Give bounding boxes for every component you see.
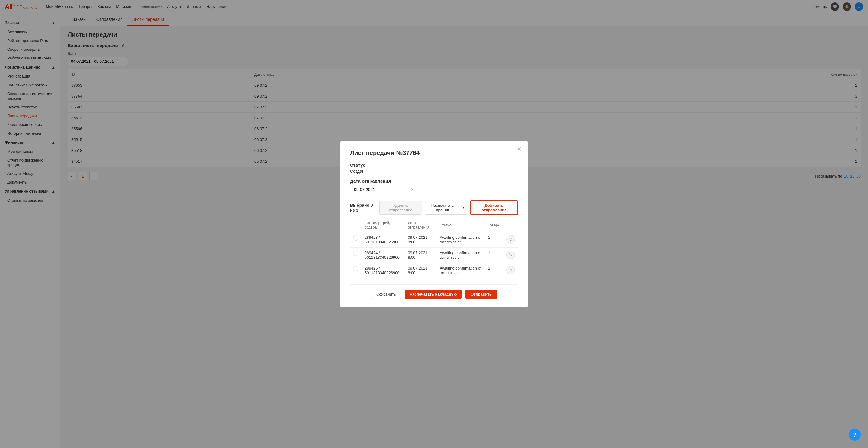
add-shipment-btn[interactable]: Добавить отправление (470, 200, 518, 215)
shipping-date-input[interactable] (350, 185, 416, 194)
date-clear-icon[interactable]: ✕ (410, 187, 414, 192)
row-checkbox[interactable] (350, 263, 362, 278)
row-status: Awaiting confirmation of transmission (437, 263, 485, 278)
modal-col-action (503, 219, 518, 232)
modal-table-row: 289423 /5011813340226900 09.07.2021, 8:0… (350, 232, 518, 247)
shipping-date-label: Дата отправления (350, 179, 518, 184)
print-labels-arrow-btn[interactable]: ▾ (460, 201, 467, 215)
row-date: 09.07.2021, 8:00 (405, 247, 437, 263)
send-btn[interactable]: Отправить (465, 289, 497, 299)
row-order-id: 289424 /5011813340226900 (362, 247, 405, 263)
modal-col-order-id: ID/Номер трейд ордера (362, 219, 405, 232)
save-btn[interactable]: Сохранить (371, 289, 401, 299)
status-value: Создан (350, 169, 518, 173)
col-checkbox (350, 219, 362, 232)
row-date: 09.07.2021, 8:00 (405, 263, 437, 278)
modal-col-status: Статус (437, 219, 485, 232)
modal-table-row: 289424 /5011813340226900 09.07.2021, 8:0… (350, 247, 518, 263)
row-action[interactable]: ↻ (503, 247, 518, 263)
row-action[interactable]: ↻ (503, 232, 518, 247)
row-items: 1 (485, 247, 503, 263)
row-items: 1 (485, 232, 503, 247)
modal-title: Лист передачи №37764 (350, 150, 518, 156)
row-checkbox[interactable] (350, 232, 362, 247)
row-status: Awaiting confirmation of transmission (437, 232, 485, 247)
row-action[interactable]: ↻ (503, 263, 518, 278)
modal-col-date: Дата отправления (405, 219, 437, 232)
row-date: 09.07.2021, 8:00 (405, 232, 437, 247)
row-checkbox[interactable] (350, 247, 362, 263)
print-labels-btn[interactable]: Распечатать ярлыки (425, 201, 460, 215)
modal: ✕ Лист передачи №37764 Статус Создан Дат… (340, 141, 528, 307)
row-status: Awaiting confirmation of transmission (437, 247, 485, 263)
date-input-wrapper: ✕ (350, 185, 416, 194)
status-label: Статус (350, 162, 518, 167)
row-order-id: 289425 /5011813340226900 (362, 263, 405, 278)
delete-shipment-btn[interactable]: Удалить отправление (379, 201, 422, 215)
modal-table-row: 289425 /5011813340226900 09.07.2021, 8:0… (350, 263, 518, 278)
print-labels-group: Распечатать ярлыки ▾ (425, 201, 467, 215)
modal-footer: Сохранить Распечатать накладную Отправит… (350, 284, 518, 299)
modal-table: ID/Номер трейд ордера Дата отправления С… (350, 219, 518, 278)
modal-col-items: Товары (485, 219, 503, 232)
selected-info: Выбрано 0 из 3 (350, 203, 376, 213)
help-button[interactable]: ? (849, 429, 861, 441)
row-items: 1 (485, 263, 503, 278)
modal-close-btn[interactable]: ✕ (517, 146, 522, 153)
modal-overlay[interactable]: ✕ Лист передачи №37764 Статус Создан Дат… (0, 0, 868, 448)
row-order-id: 289423 /5011813340226900 (362, 232, 405, 247)
print-doc-btn[interactable]: Распечатать накладную (405, 289, 462, 299)
selected-row: Выбрано 0 из 3 Удалить отправление Распе… (350, 200, 518, 215)
